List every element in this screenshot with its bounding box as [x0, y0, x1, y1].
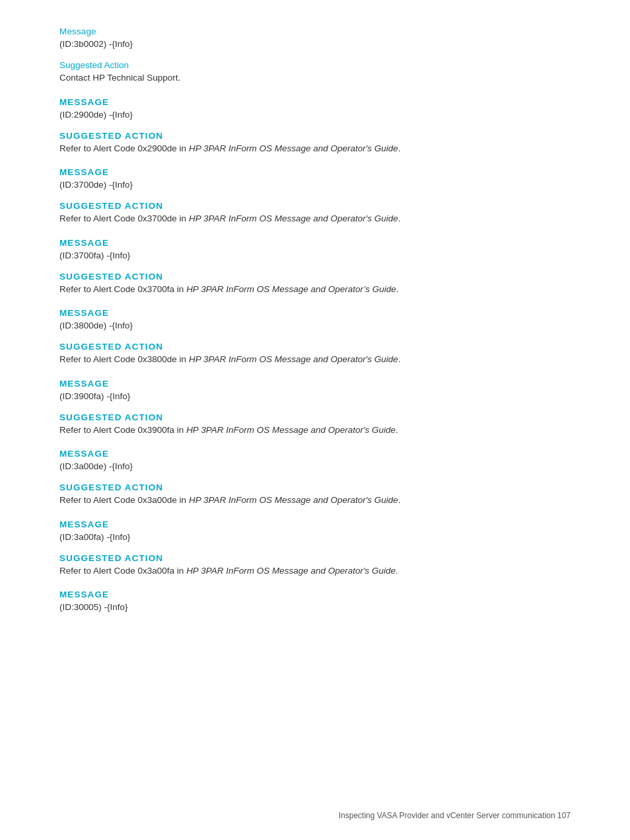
section-group-8: MESSAGE (ID:3a00fa) -{Info} SUGGESTED AC… [59, 519, 571, 578]
section-group-2: MESSAGE (ID:2900de) -{Info} SUGGESTED AC… [59, 97, 571, 156]
message-label-5: MESSAGE [59, 308, 571, 318]
suggested-label-4: SUGGESTED ACTION [59, 272, 571, 282]
suggested-text-6: Refer to Alert Code 0x3900fa in HP 3PAR … [59, 424, 571, 437]
message-id-3: (ID:3700de) -{Info} [59, 178, 571, 192]
suggested-text-8: Refer to Alert Code 0x3a00fa in HP 3PAR … [59, 564, 571, 578]
message-id-2: (ID:2900de) -{Info} [59, 108, 571, 122]
message-id-5: (ID:3800de) -{Info} [59, 319, 571, 332]
message-section-9: MESSAGE (ID:30005) -{Info} [59, 590, 571, 614]
suggested-label-1: Suggested Action [59, 60, 571, 70]
message-label-7: MESSAGE [59, 449, 571, 459]
message-section-6: MESSAGE (ID:3900fa) -{Info} [59, 379, 571, 403]
message-label-9: MESSAGE [59, 590, 571, 599]
suggested-section-2: SUGGESTED ACTION Refer to Alert Code 0x2… [59, 131, 571, 155]
message-section-5: MESSAGE (ID:3800de) -{Info} [59, 308, 571, 332]
message-id-6: (ID:3900fa) -{Info} [59, 390, 571, 403]
section-group-1: Message (ID:3b0002) -{Info} Suggested Ac… [59, 26, 571, 85]
section-group-6: MESSAGE (ID:3900fa) -{Info} SUGGESTED AC… [59, 379, 571, 438]
suggested-section-4: SUGGESTED ACTION Refer to Alert Code 0x3… [59, 272, 571, 296]
message-label-6: MESSAGE [59, 379, 571, 389]
message-label-1: Message [59, 26, 571, 36]
suggested-section-1: Suggested Action Contact HP Technical Su… [59, 60, 571, 85]
message-id-9: (ID:30005) -{Info} [59, 601, 571, 614]
message-label-8: MESSAGE [59, 519, 571, 529]
suggested-label-8: SUGGESTED ACTION [59, 553, 571, 563]
section-group-5: MESSAGE (ID:3800de) -{Info} SUGGESTED AC… [59, 308, 571, 367]
page-footer: Inspecting VASA Provider and vCenter Ser… [0, 811, 630, 820]
suggested-label-3: SUGGESTED ACTION [59, 201, 571, 211]
suggested-label-7: SUGGESTED ACTION [59, 482, 571, 492]
message-section-1: Message (ID:3b0002) -{Info} [59, 26, 571, 51]
suggested-section-8: SUGGESTED ACTION Refer to Alert Code 0x3… [59, 553, 571, 578]
suggested-text-2: Refer to Alert Code 0x2900de in HP 3PAR … [59, 142, 571, 155]
message-label-4: MESSAGE [59, 238, 571, 248]
message-id-8: (ID:3a00fa) -{Info} [59, 531, 571, 544]
message-section-8: MESSAGE (ID:3a00fa) -{Info} [59, 519, 571, 544]
suggested-section-5: SUGGESTED ACTION Refer to Alert Code 0x3… [59, 342, 571, 366]
suggested-text-1: Contact HP Technical Support. [59, 71, 571, 85]
message-section-7: MESSAGE (ID:3a00de) -{Info} [59, 449, 571, 473]
suggested-label-6: SUGGESTED ACTION [59, 412, 571, 422]
section-group-9: MESSAGE (ID:30005) -{Info} [59, 590, 571, 614]
suggested-section-7: SUGGESTED ACTION Refer to Alert Code 0x3… [59, 482, 571, 507]
message-label-2: MESSAGE [59, 97, 571, 107]
section-group-3: MESSAGE (ID:3700de) -{Info} SUGGESTED AC… [59, 167, 571, 226]
message-id-1: (ID:3b0002) -{Info} [59, 38, 571, 51]
message-id-4: (ID:3700fa) -{Info} [59, 249, 571, 262]
message-section-3: MESSAGE (ID:3700de) -{Info} [59, 167, 571, 192]
section-group-4: MESSAGE (ID:3700fa) -{Info} SUGGESTED AC… [59, 238, 571, 297]
page-content: Message (ID:3b0002) -{Info} Suggested Ac… [0, 0, 630, 666]
message-section-4: MESSAGE (ID:3700fa) -{Info} [59, 238, 571, 262]
suggested-text-3: Refer to Alert Code 0x3700de in HP 3PAR … [59, 212, 571, 225]
message-section-2: MESSAGE (ID:2900de) -{Info} [59, 97, 571, 122]
suggested-text-4: Refer to Alert Code 0x3700fa in HP 3PAR … [59, 283, 571, 296]
footer-text: Inspecting VASA Provider and vCenter Ser… [339, 811, 571, 820]
suggested-section-6: SUGGESTED ACTION Refer to Alert Code 0x3… [59, 412, 571, 437]
suggested-label-5: SUGGESTED ACTION [59, 342, 571, 352]
suggested-text-5: Refer to Alert Code 0x3800de in HP 3PAR … [59, 353, 571, 366]
suggested-section-3: SUGGESTED ACTION Refer to Alert Code 0x3… [59, 201, 571, 225]
message-id-7: (ID:3a00de) -{Info} [59, 460, 571, 473]
section-group-7: MESSAGE (ID:3a00de) -{Info} SUGGESTED AC… [59, 449, 571, 508]
suggested-label-2: SUGGESTED ACTION [59, 131, 571, 141]
suggested-text-7: Refer to Alert Code 0x3a00de in HP 3PAR … [59, 494, 571, 507]
message-label-3: MESSAGE [59, 167, 571, 177]
